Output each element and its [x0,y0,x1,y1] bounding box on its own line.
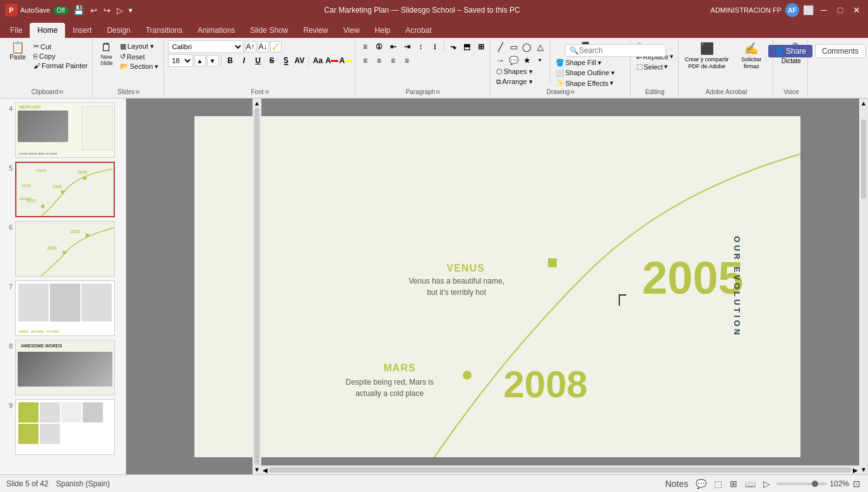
tab-acrobat[interactable]: Acrobat [398,23,439,38]
slide-thumb-9[interactable]: 9 [3,398,123,456]
qat-dropdown[interactable]: ▼ [128,7,134,14]
slideshow-button[interactable]: ▷ [762,477,771,490]
paste-button[interactable]: 📋 Paste [5,40,30,62]
line-spacing-button[interactable]: ↕ [415,40,427,53]
tab-transitions[interactable]: Transitions [138,23,190,38]
redo-button[interactable]: ↪ [102,6,112,15]
tab-help[interactable]: Help [367,23,398,38]
save-button[interactable]: 💾 [71,5,86,15]
font-color-button[interactable]: A [326,54,338,67]
select-button[interactable]: ⬚ Select ▾ [634,62,675,71]
slide-thumb-4[interactable]: 4 MERCURY Lorem ipsum dolor sit amet [3,101,123,159]
maximize-button[interactable]: □ [834,4,847,16]
search-area[interactable]: 🔍 [565,44,666,57]
canvas-scroll-up[interactable]: ▲ [860,100,867,107]
share-button[interactable]: 👤 Share [768,45,812,57]
format-painter-button[interactable]: 🖌 Format Painter [32,61,90,70]
close-button[interactable]: ✕ [850,4,863,16]
section-button[interactable]: 📂 Section ▾ [118,62,161,71]
decrease-indent-button[interactable]: ⇤ [387,40,400,53]
search-input[interactable] [579,46,642,55]
zoom-thumb[interactable] [812,481,818,487]
convert-smartart-button[interactable]: ⊞ [475,40,487,53]
shape-star[interactable]: ★ [521,54,533,66]
tab-home[interactable]: Home [30,23,65,38]
shapes-more[interactable]: ▾ [534,54,547,66]
canvas-scroll-right[interactable]: ▶ [853,467,858,474]
shape-fill-button[interactable]: 🪣 Shape Fill ▾ [554,58,617,68]
scroll-down-arrow[interactable]: ▼ [254,466,260,473]
font-expand[interactable]: ⧉ [265,89,269,95]
shape-triangle[interactable]: △ [534,40,547,53]
tab-insert[interactable]: Insert [65,23,99,38]
underline-button[interactable]: U [252,54,265,67]
align-center-button[interactable]: ≡ [373,54,386,67]
align-left-button[interactable]: ≡ [359,54,372,67]
align-text-button[interactable]: ⬒ [461,40,473,53]
fit-to-window-button[interactable]: ⊡ [852,477,862,490]
slides-expand[interactable]: ⧉ [136,89,140,95]
minimize-button[interactable]: ─ [817,4,830,16]
bullets-button[interactable]: ≡ [359,40,372,53]
canvas-scroll-down[interactable]: ▼ [860,466,867,473]
decrease-font-size-button[interactable]: A↓ [258,41,269,52]
font-name-select[interactable]: Calibri [168,40,244,53]
layout-button[interactable]: ▦ Layout ▾ [118,42,161,51]
slide-panel-scrollbar[interactable]: ▲ ▼ [253,99,261,474]
slide-sorter-button[interactable]: ⊞ [728,477,739,490]
text-shadow-button[interactable]: S̲ [280,54,292,67]
scroll-thumb[interactable] [254,108,259,465]
tab-review[interactable]: Review [295,23,335,38]
highlight-color-button[interactable]: A [340,54,352,67]
font-size-select[interactable]: 18 [168,54,193,67]
normal-view-button[interactable]: ⬚ [713,477,723,490]
strikethrough-button[interactable]: S [266,54,278,67]
numbering-button[interactable]: ① [373,40,386,53]
canvas-scroll-left[interactable]: ◀ [263,467,268,474]
notes-button[interactable]: Notes [664,477,690,490]
increase-indent-button[interactable]: ⇥ [401,40,413,53]
cut-button[interactable]: ✂ Cut [32,42,90,51]
slide-thumb-7[interactable]: 7 MARS · SATURN · FUTURE [3,279,123,337]
shape-arrow[interactable]: → [494,54,507,66]
scroll-up-arrow[interactable]: ▲ [254,100,260,107]
canvas-vscrollbar[interactable]: ▲ ▼ [859,99,868,474]
text-direction-button[interactable]: ⬎ [447,40,460,53]
slide-thumb-5[interactable]: 5 2005 2008 2010 VENUS MARS JUPITER [3,160,123,219]
shape-circle[interactable]: ◯ [521,40,533,53]
increase-font-size-button[interactable]: A↑ [245,41,256,52]
paragraph-expand[interactable]: ⧉ [436,89,440,95]
shapes-button[interactable]: ⬡ Shapes ▾ [494,67,547,76]
shape-callout[interactable]: 💬 [508,54,520,66]
zoom-slider[interactable] [776,483,827,485]
canvas-hscrollbar[interactable]: ◀ ▶ [261,465,859,474]
comments-panel-button[interactable]: 💬 [694,477,708,490]
create-pdf-button[interactable]: ⬛ Crear y compartirPDF de Adobe [682,40,732,71]
clipboard-expand[interactable]: ⧉ [59,89,63,95]
clear-formatting-button[interactable]: 🧹 [270,41,282,52]
shape-effects-button[interactable]: ✨ Shape Effects ▾ [554,78,617,88]
align-right-button[interactable]: ≡ [387,54,400,67]
shape-outline-button[interactable]: ⬜ Shape Outline ▾ [554,68,617,78]
shape-line[interactable]: ╱ [494,40,507,53]
ribbon-display-icon[interactable]: ⬜ [803,5,814,15]
reading-view-button[interactable]: 📖 [744,477,757,490]
shape-rect[interactable]: ▭ [508,40,520,53]
font-size-down-button[interactable]: ▼ [207,55,218,66]
arrange-button[interactable]: ⧉ Arrange ▾ [494,77,547,87]
canvas-hscroll-thumb[interactable] [269,467,852,472]
comments-button[interactable]: Comments [815,44,865,58]
italic-button[interactable]: I [238,54,251,67]
new-slide-button[interactable]: 🗒 NewSlide [97,40,117,68]
tab-slideshow[interactable]: Slide Show [242,23,295,38]
drawing-expand[interactable]: ⧉ [571,89,574,95]
undo-button[interactable]: ↩ [88,6,99,15]
tab-file[interactable]: File [3,23,30,38]
slide-thumb-8[interactable]: 8 AWESOME WORDS [3,339,123,397]
request-signatures-button[interactable]: ✍ Solicitarfirmas [732,40,770,71]
present-button[interactable]: ▷ [115,6,125,15]
reset-button[interactable]: ↺ Reset [118,52,161,61]
tab-design[interactable]: Design [99,23,138,38]
slide-thumb-6[interactable]: 6 2021 2018 [3,220,123,278]
copy-button[interactable]: ⎘ Copy [32,52,90,61]
